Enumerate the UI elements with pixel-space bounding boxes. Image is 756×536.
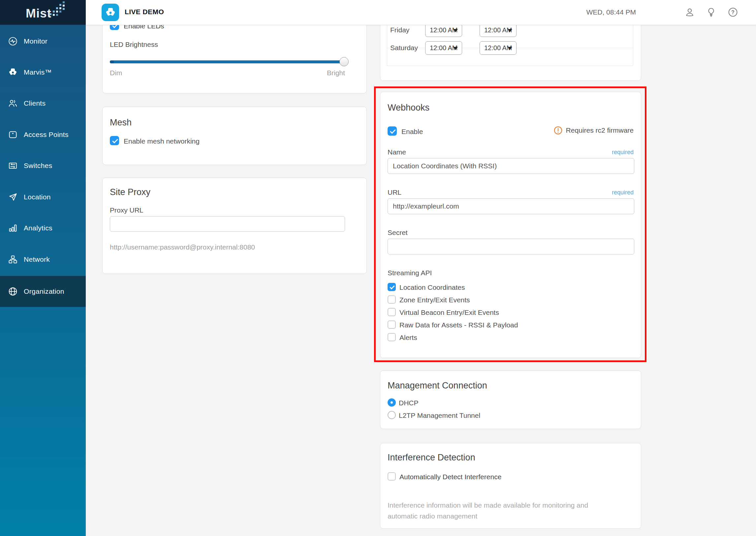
sidebar-item-label: Network <box>24 255 50 263</box>
enable-mesh-checkbox[interactable] <box>110 136 119 145</box>
webhooks-title: Webhooks <box>388 103 429 113</box>
clients-icon <box>8 98 18 108</box>
user-icon[interactable] <box>684 7 695 17</box>
monitor-icon <box>8 36 18 46</box>
help-icon[interactable]: ? <box>728 7 738 17</box>
sidebar-item-label: Location <box>24 193 51 201</box>
sidebar-item-organization[interactable]: Organization <box>0 276 86 307</box>
site-name[interactable]: LIVE DEMO <box>125 8 164 16</box>
organization-icon <box>8 286 18 296</box>
chevron-down-icon <box>453 47 458 50</box>
sidebar-item-switches[interactable]: Switches <box>0 156 86 176</box>
access-points-icon <box>8 130 18 140</box>
url-required-badge: required <box>612 189 634 196</box>
slider-thumb[interactable] <box>339 57 349 66</box>
auto-detect-interference-checkbox[interactable] <box>388 472 396 481</box>
location-icon <box>8 192 18 202</box>
webhook-name-input[interactable] <box>388 158 634 174</box>
radio-label: L2TP Management Tunnel <box>399 412 480 419</box>
top-bar: LIVE DEMO WED, 08:44 PM ? <box>86 0 756 25</box>
app-window: Mist Monitor Marvis™ Clients <box>0 0 756 536</box>
chevron-down-icon <box>508 29 512 32</box>
radio-label: DHCP <box>399 399 419 407</box>
svg-text:?: ? <box>731 10 735 15</box>
option-checkbox-zone-events[interactable] <box>388 295 396 304</box>
sidebar-item-label: Marvis™ <box>24 68 52 76</box>
option-checkbox-virtual-beacon[interactable] <box>388 308 396 316</box>
site-selector[interactable] <box>102 4 119 21</box>
bulb-icon[interactable] <box>706 7 716 17</box>
slider-bright-label: Bright <box>327 69 345 77</box>
mist-logo: Mist <box>0 0 86 25</box>
slider-track-cap <box>110 60 114 63</box>
dhcp-radio[interactable] <box>388 398 396 407</box>
firmware-warning: Requires rc2 firmware <box>553 126 634 135</box>
warning-icon <box>553 126 563 135</box>
mesh-title: Mesh <box>110 117 132 128</box>
warning-text: Requires rc2 firmware <box>566 126 634 134</box>
name-label: Name <box>388 148 406 156</box>
auto-detect-interference-label: Automatically Detect Interference <box>399 473 501 481</box>
webhook-url-input[interactable] <box>388 198 634 214</box>
option-checkbox-alerts[interactable] <box>388 333 396 341</box>
site-icon <box>105 7 116 18</box>
streaming-api-label: Streaming API <box>388 269 432 277</box>
day-label: Friday <box>390 26 409 34</box>
sidebar-item-monitor[interactable]: Monitor <box>0 31 86 51</box>
sidebar-item-analytics[interactable]: Analytics <box>0 218 86 238</box>
webhooks-card: Webhooks Enable Requires rc2 firmware Na… <box>380 92 641 358</box>
time-select-start[interactable]: 12:00 AM <box>425 23 462 37</box>
url-label: URL <box>388 188 401 196</box>
interference-detection-title: Interference Detection <box>388 452 475 463</box>
analytics-icon <box>8 223 18 233</box>
table-border <box>387 66 633 66</box>
proxy-url-input[interactable] <box>110 216 345 232</box>
clock: WED, 08:44 PM <box>586 8 636 16</box>
option-label: Virtual Beacon Entry/Exit Events <box>399 309 499 317</box>
sidebar-item-label: Clients <box>24 99 46 107</box>
chevron-down-icon <box>453 29 458 32</box>
switches-icon <box>8 161 18 171</box>
option-checkbox-raw-data[interactable] <box>388 320 396 329</box>
proxy-url-hint: http://username:password@proxy.internal:… <box>110 243 255 251</box>
network-icon <box>8 254 18 264</box>
mesh-card: Mesh Enable mesh networking <box>102 107 367 165</box>
day-label: Saturday <box>390 44 418 52</box>
option-checkbox-location-coordinates[interactable] <box>388 283 396 291</box>
mist-logo-text: Mist <box>26 7 51 20</box>
interference-description: Interference information will be made av… <box>388 500 618 521</box>
sidebar-item-clients[interactable]: Clients <box>0 93 86 113</box>
mist-logo-dots <box>49 1 70 17</box>
time-select-end[interactable]: 12:00 AM <box>480 41 517 55</box>
site-proxy-title: Site Proxy <box>110 187 150 197</box>
management-connection-card: Management Connection DHCP L2TP Manageme… <box>380 370 641 429</box>
slider-dim-label: Dim <box>110 69 122 77</box>
led-brightness-slider[interactable] <box>110 60 344 63</box>
option-label: Zone Entry/Exit Events <box>399 296 470 304</box>
chevron-down-icon <box>508 47 512 50</box>
option-label: Raw Data for Assets - RSSI & Payload <box>399 321 518 329</box>
sidebar-item-label: Analytics <box>24 224 52 232</box>
proxy-url-label: Proxy URL <box>110 206 143 214</box>
secret-label: Secret <box>388 229 408 237</box>
management-connection-title: Management Connection <box>388 381 487 391</box>
option-label: Alerts <box>399 334 417 342</box>
webhook-secret-input[interactable] <box>388 239 634 254</box>
time-select-end[interactable]: 12:00 AM <box>480 23 517 37</box>
led-brightness-label: LED Brightness <box>110 41 158 49</box>
sidebar-item-location[interactable]: Location <box>0 187 86 207</box>
sidebar-item-marvis[interactable]: Marvis™ <box>0 62 86 82</box>
webhooks-enable-checkbox[interactable] <box>388 126 397 136</box>
sidebar-item-access-points[interactable]: Access Points <box>0 125 86 145</box>
enable-mesh-label: Enable mesh networking <box>124 137 200 145</box>
marvis-icon <box>8 67 18 77</box>
sidebar-item-label: Switches <box>24 162 52 170</box>
option-label: Location Coordinates <box>399 284 465 291</box>
webhooks-enable-label: Enable <box>401 128 423 136</box>
sidebar-item-network[interactable]: Network <box>0 250 86 269</box>
l2tp-radio[interactable] <box>388 411 396 419</box>
site-proxy-card: Site Proxy Proxy URL http://username:pas… <box>102 178 367 274</box>
time-select-start[interactable]: 12:00 AM <box>425 41 462 55</box>
sidebar-item-label: Access Points <box>24 131 69 139</box>
sidebar-item-label: Monitor <box>24 37 47 45</box>
